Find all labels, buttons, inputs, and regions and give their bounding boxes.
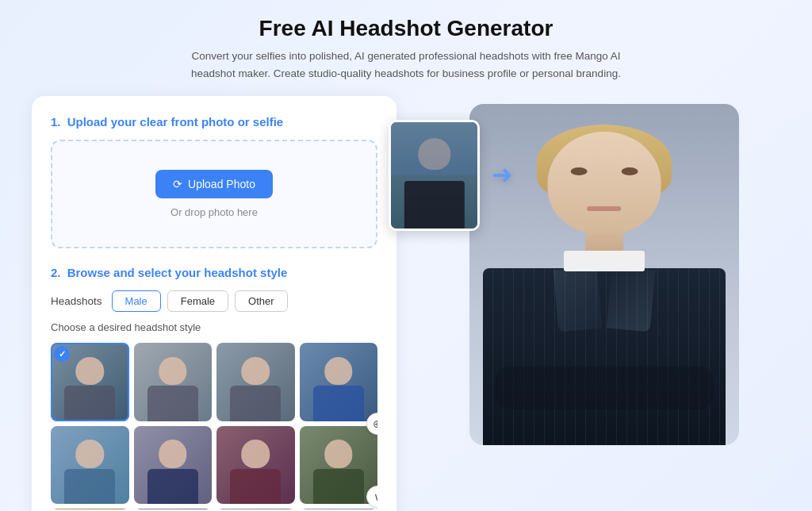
main-content: 1. Upload your clear front photo or self… <box>32 96 780 511</box>
style-thumb-8[interactable] <box>300 426 378 505</box>
style-thumb-10[interactable] <box>134 509 213 509</box>
style-thumb-1[interactable] <box>51 343 129 421</box>
style-tabs: Headshots Male Female Other <box>51 290 377 312</box>
style-thumb-6[interactable] <box>134 426 213 505</box>
result-face <box>548 132 661 234</box>
style-section: 2. Browse and select your headshot style… <box>51 266 377 509</box>
result-person <box>469 104 739 445</box>
step2-label: 2. Browse and select your headshot style <box>51 266 377 279</box>
result-image <box>469 104 739 445</box>
step2-number: 2. <box>51 266 61 279</box>
style-thumb-4[interactable] <box>300 343 378 421</box>
upload-area: ⟳ Upload Photo Or drop photo here <box>51 140 377 248</box>
style-thumb-11[interactable] <box>216 509 295 509</box>
transform-arrow: ➜ <box>492 159 513 190</box>
input-photo-overlay <box>389 120 480 231</box>
page-subtitle: Convert your selfies into polished, AI g… <box>168 48 644 82</box>
upload-hint: Or drop photo here <box>68 206 360 218</box>
selected-check <box>54 346 70 362</box>
step1-text: Upload your clear front photo or selfie <box>67 115 284 129</box>
step2-text: Browse and select your headshot style <box>67 266 288 279</box>
page-header: Free AI Headshot Generator Convert your … <box>168 16 644 82</box>
upload-btn-label: Upload Photo <box>188 178 255 190</box>
category-label: Headshots <box>51 295 102 307</box>
tab-male[interactable]: Male <box>112 290 161 312</box>
scroll-down-button[interactable]: ∨ <box>366 486 377 508</box>
style-hint: Choose a desired headshot style <box>51 321 377 333</box>
upload-button[interactable]: ⟳ Upload Photo <box>155 170 273 198</box>
style-thumb-7[interactable] <box>216 426 295 505</box>
upload-icon: ⟳ <box>173 178 182 190</box>
page-title: Free AI Headshot Generator <box>168 16 644 41</box>
scroll-up-icon: ⊕ <box>373 417 377 430</box>
step1-label: 1. Upload your clear front photo or self… <box>51 115 377 129</box>
page-wrapper: Free AI Headshot Generator Convert your … <box>0 0 812 511</box>
style-thumb-12[interactable] <box>300 509 378 509</box>
scroll-down-icon: ∨ <box>373 490 377 503</box>
style-thumb-9[interactable] <box>51 509 129 509</box>
left-panel: 1. Upload your clear front photo or self… <box>32 96 396 511</box>
style-thumb-2[interactable] <box>134 343 213 421</box>
style-thumb-3[interactable] <box>216 343 295 421</box>
result-suit <box>483 268 726 446</box>
input-person-preview <box>391 122 477 229</box>
style-thumb-5[interactable] <box>51 426 129 505</box>
style-grid: ⊕ ∨ <box>51 343 377 509</box>
tab-female[interactable]: Female <box>167 290 228 312</box>
step1-number: 1. <box>51 115 61 129</box>
right-panel: ➜ <box>428 96 780 493</box>
tab-other[interactable]: Other <box>235 290 288 312</box>
